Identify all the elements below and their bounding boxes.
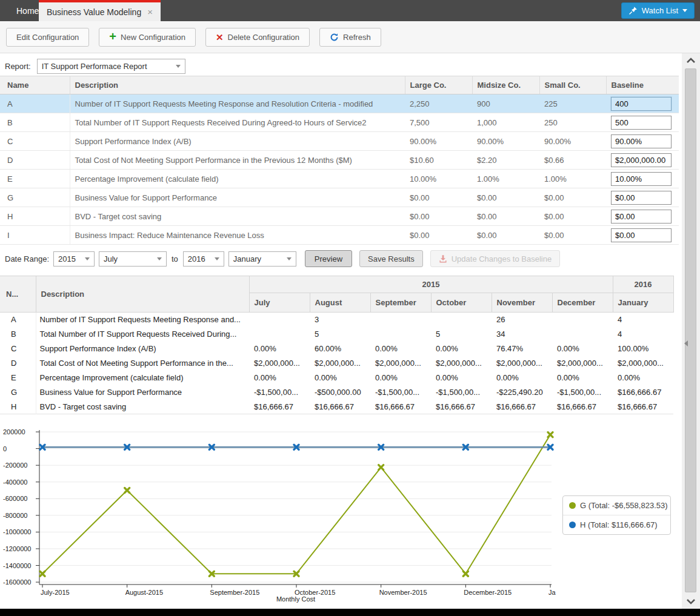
col-baseline[interactable]: Baseline [606, 76, 679, 94]
config-row-B[interactable]: BTotal Number of IT Support Requests Rec… [0, 113, 679, 132]
new-configuration-button[interactable]: + New Configuration [99, 28, 196, 47]
config-row-E[interactable]: EPercentage Improvement (calculate field… [0, 170, 679, 188]
to-year-value: 2016 [188, 254, 205, 263]
col-month-january[interactable]: January [613, 293, 673, 313]
col-month-november[interactable]: November [492, 293, 552, 313]
config-row-H[interactable]: HBVD - Target cost saving$0.00$0.00$0.00 [0, 207, 679, 226]
small-co-value: 90.00% [539, 132, 606, 151]
results-row-C[interactable]: CSupport Performance Index (A/B)0.00%60.… [0, 342, 673, 356]
results-row-E[interactable]: EPercentage Improvement (calculate field… [0, 371, 673, 385]
month-value: 34 [492, 327, 552, 342]
save-results-button[interactable]: Save Results [359, 250, 423, 267]
col-small-co[interactable]: Small Co. [539, 76, 606, 94]
delete-configuration-button[interactable]: ✕ Delete Configuration [205, 28, 310, 47]
month-value: $2,000,000... [370, 356, 431, 371]
col-month-december[interactable]: December [552, 293, 613, 313]
col-n[interactable]: N... [0, 276, 36, 313]
scrollbar-thumb[interactable] [685, 68, 696, 592]
legend-item-h[interactable]: H (Total: $116,666.67) [563, 515, 670, 534]
update-changes-label: Update Changes to Baseline [452, 254, 552, 263]
col-midsize-co[interactable]: Midsize Co. [472, 76, 539, 94]
month-value: 3 [310, 313, 370, 327]
splitter-handle-icon[interactable] [684, 340, 688, 346]
month-value: 0.00% [370, 342, 431, 356]
baseline-input[interactable] [611, 134, 672, 148]
month-value: 0.00% [310, 371, 370, 385]
month-value: -$500,000.00 [310, 385, 370, 400]
config-row-G[interactable]: GBusiness Value for Support Performance$… [0, 188, 679, 207]
tab-business-value-modeling[interactable]: Business Value Modeling × [39, 0, 161, 21]
refresh-button[interactable]: Refresh [319, 28, 381, 47]
new-configuration-label: New Configuration [121, 33, 185, 42]
month-value: -$1,500,00... [552, 385, 613, 400]
row-name: G [0, 188, 70, 207]
watch-list-button[interactable]: Watch List [621, 2, 695, 19]
month-value: -$1,500,00... [431, 385, 492, 400]
col-large-co[interactable]: Large Co. [405, 76, 472, 94]
baseline-input[interactable] [611, 116, 672, 130]
baseline-input[interactable] [611, 172, 672, 186]
results-row-G[interactable]: GBusiness Value for Support Performance-… [0, 385, 673, 400]
month-value: $16,666.67 [431, 400, 492, 414]
svg-text:-1600000: -1600000 [3, 578, 32, 586]
config-row-D[interactable]: DTotal Cost of Not Meeting Support Perfo… [0, 151, 679, 170]
from-month-select[interactable]: July [99, 251, 167, 267]
config-row-I[interactable]: IBusiness Impact: Reduce Maintenance Rev… [0, 226, 679, 245]
col-month-october[interactable]: October [431, 293, 492, 313]
preview-button[interactable]: Preview [305, 250, 352, 267]
svg-text:November-2015: November-2015 [379, 589, 427, 596]
close-tab-icon[interactable]: × [147, 7, 153, 16]
baseline-input[interactable] [611, 153, 672, 167]
config-row-A[interactable]: ANumber of IT Support Requests Meeting R… [0, 94, 679, 113]
results-row-A[interactable]: ANumber of IT Support Requests Meeting R… [0, 313, 673, 327]
col-description[interactable]: Description [70, 76, 405, 94]
to-month-select[interactable]: January [228, 251, 296, 267]
results-row-H[interactable]: HBVD - Target cost saving$16,666.67$16,6… [0, 400, 673, 414]
small-co-value: 225 [539, 94, 606, 113]
col-month-august[interactable]: August [310, 293, 370, 313]
legend-item-g[interactable]: G (Total: -$6,558,823.53) [563, 496, 670, 515]
year-group-2015: 2015 [249, 276, 613, 293]
col-month-september[interactable]: September [370, 293, 431, 313]
baseline-input[interactable] [611, 191, 672, 205]
baseline-input[interactable] [611, 228, 672, 242]
from-month-value: July [104, 254, 118, 263]
baseline-cell [606, 132, 679, 151]
update-changes-to-baseline-button[interactable]: Update Changes to Baseline [430, 250, 561, 267]
edit-configuration-button[interactable]: Edit Configuration [6, 28, 89, 47]
month-value: 0.00% [249, 371, 310, 385]
row-name: D [0, 151, 70, 170]
row-description: Business Value for Support Performance [36, 385, 249, 400]
report-select[interactable]: IT Support Performace Report [37, 59, 185, 74]
midsize-co-value: 1.00% [472, 170, 539, 188]
month-value: $166,666.67 [613, 385, 673, 400]
from-year-select[interactable]: 2015 [53, 251, 95, 267]
month-value: $2,000,000... [613, 356, 673, 371]
month-value: $2,000,000... [552, 356, 613, 371]
report-select-value: IT Support Performace Report [42, 62, 147, 71]
large-co-value: 7,500 [405, 113, 472, 132]
svg-text:-1000000: -1000000 [3, 528, 32, 535]
config-row-C[interactable]: CSupport Performance Index (A/B)90.00%90… [0, 132, 679, 151]
svg-text:December-2015: December-2015 [464, 589, 512, 596]
scroll-up-icon[interactable] [682, 54, 700, 67]
vertical-scrollbar[interactable] [682, 53, 700, 609]
download-icon [439, 254, 447, 263]
chart-legend: G (Total: -$6,558,823.53) H (Total: $116… [562, 495, 671, 535]
baseline-input[interactable] [611, 210, 672, 224]
month-value: $2,000,000... [492, 356, 552, 371]
row-description: Business Impact: Reduce Maintenance Reve… [70, 226, 405, 245]
col-month-july[interactable]: July [249, 293, 310, 313]
col-name[interactable]: Name [0, 76, 70, 94]
results-table: N...Description20152016JulyAugustSeptemb… [0, 276, 674, 414]
month-value [431, 313, 492, 327]
configuration-table-header: Name Description Large Co. Midsize Co. S… [0, 76, 679, 94]
scroll-down-icon[interactable] [682, 595, 700, 608]
select-caret-icon [85, 257, 90, 260]
baseline-input[interactable] [611, 97, 672, 111]
results-row-D[interactable]: DTotal Cost of Not Meeting Support Perfo… [0, 356, 673, 371]
row-description: Total Cost of Not Meeting Support Perfor… [70, 151, 405, 170]
results-row-B[interactable]: BTotal Number of IT Support Requests Rec… [0, 327, 673, 342]
col-description[interactable]: Description [36, 276, 249, 313]
to-year-select[interactable]: 2016 [183, 251, 224, 267]
